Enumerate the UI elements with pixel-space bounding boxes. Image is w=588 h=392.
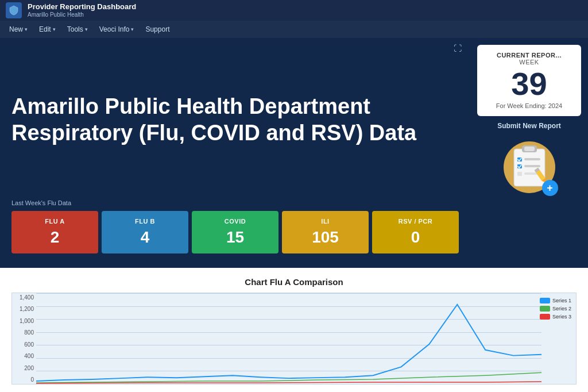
svg-rect-4 [524,158,540,160]
data-tiles: FLU A 2 FLU B 4 COVID 15 ILI 105 RSV / P… [11,211,459,253]
app-title-block: Provider Reporting Dashboard Amarillo Pu… [28,2,136,18]
chart-title: Chart Flu A Comparison [11,277,577,287]
nav-veoci[interactable]: Veoci Info ▾ [95,23,139,36]
nav-veoci-arrow: ▾ [131,26,134,32]
navbar: New ▾ Edit ▾ Tools ▾ Veoci Info ▾ Suppor… [0,21,588,38]
nav-edit-arrow: ▾ [53,26,56,32]
add-report-button[interactable]: + [542,180,558,196]
clipboard-graphic: + [498,136,561,199]
y-label-1400: 1,400 [12,294,34,301]
expand-icon[interactable]: ⛶ [454,44,462,53]
y-label-400: 400 [12,353,34,359]
chart-legend: Series 1 Series 2 Series 3 [540,298,571,320]
chart-svg [36,293,541,384]
app-subtitle: Amarillo Public Health [28,11,136,18]
tile-ili-label: ILI [287,218,364,225]
hero-title: Amarillo Public Health Department Respir… [11,49,459,191]
y-label-600: 600 [12,341,34,348]
legend-color-3 [540,314,550,320]
submit-new-report[interactable]: Submit New Report [497,122,561,130]
legend-item-1: Series 1 [540,298,571,303]
nav-edit[interactable]: Edit ▾ [34,23,60,36]
tile-ili: ILI 105 [282,211,369,253]
chart-area: 1,400 1,200 1,000 800 600 400 200 0 [11,293,577,385]
for-week-ending: For Week Ending: 2024 [486,102,572,109]
tile-covid: COVID 15 [192,211,278,253]
nav-new-arrow: ▾ [25,26,28,32]
legend-item-3: Series 3 [540,314,571,320]
y-label-1000: 1,000 [12,318,34,324]
week-number: 39 [486,68,572,100]
nav-veoci-label: Veoci Info [99,25,130,33]
nav-tools-arrow: ▾ [85,26,88,32]
legend-label-1: Series 1 [552,298,571,303]
svg-rect-2 [524,147,535,151]
y-label-1200: 1,200 [12,306,34,312]
legend-item-2: Series 2 [540,306,571,312]
app-title: Provider Reporting Dashboard [28,2,136,11]
data-label: Last Week's Flu Data [11,199,459,206]
chart-plot [36,293,541,384]
nav-edit-label: Edit [39,25,51,33]
tile-rsv-value: 0 [377,228,454,247]
svg-rect-7 [517,172,522,176]
nav-support[interactable]: Support [141,23,174,36]
app-logo [6,2,22,18]
nav-new-label: New [9,25,23,33]
tile-flu-b: FLU B 4 [102,211,188,253]
main-area: Amarillo Public Health Department Respir… [0,38,588,268]
tile-flu-a: FLU A 2 [11,211,98,253]
hero-section: Amarillo Public Health Department Respir… [0,38,470,268]
tile-flu-a-label: FLU A [16,218,94,225]
legend-label-2: Series 2 [552,306,571,312]
current-report-label: CURRENT REPOR... [486,52,572,59]
nav-tools[interactable]: Tools ▾ [63,23,92,36]
nav-tools-label: Tools [67,25,83,33]
tile-flu-b-value: 4 [106,228,184,247]
topbar: Provider Reporting Dashboard Amarillo Pu… [0,0,588,21]
y-label-800: 800 [12,329,34,336]
week-card: CURRENT REPOR... WEEK 39 For Week Ending… [477,45,581,116]
legend-label-3: Series 3 [552,314,571,320]
right-panel: CURRENT REPOR... WEEK 39 For Week Ending… [470,38,588,268]
y-axis: 1,400 1,200 1,000 800 600 400 200 0 [12,293,36,384]
tile-covid-value: 15 [196,228,274,247]
tile-flu-b-label: FLU B [106,218,184,225]
nav-new[interactable]: New ▾ [5,23,32,36]
y-label-200: 200 [12,365,34,371]
week-label: WEEK [486,59,572,66]
tile-rsv: RSV / PCR 0 [372,211,459,253]
tile-ili-value: 105 [287,228,364,247]
chart-section: Chart Flu A Comparison 1,400 1,200 1,000… [0,268,588,392]
legend-color-2 [540,306,550,312]
tile-flu-a-value: 2 [16,228,94,247]
nav-support-label: Support [145,25,169,33]
tile-covid-label: COVID [196,218,274,225]
y-label-0: 0 [12,376,34,383]
tile-rsv-label: RSV / PCR [377,218,454,225]
legend-color-1 [540,298,550,303]
svg-rect-6 [524,165,540,167]
